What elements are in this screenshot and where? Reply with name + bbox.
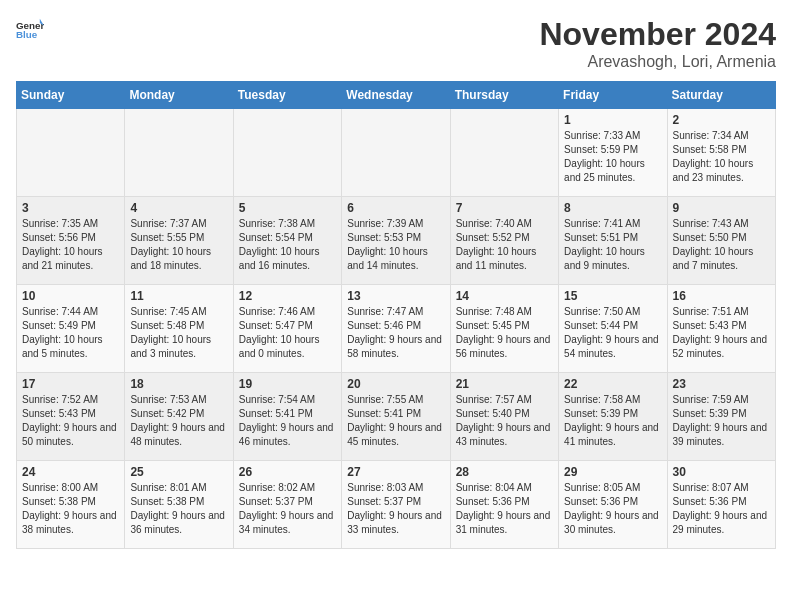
calendar-cell: 12Sunrise: 7:46 AM Sunset: 5:47 PM Dayli… xyxy=(233,285,341,373)
cell-info: Sunrise: 8:02 AM Sunset: 5:37 PM Dayligh… xyxy=(239,481,336,537)
cell-info: Sunrise: 8:01 AM Sunset: 5:38 PM Dayligh… xyxy=(130,481,227,537)
day-number: 12 xyxy=(239,289,336,303)
calendar-cell: 10Sunrise: 7:44 AM Sunset: 5:49 PM Dayli… xyxy=(17,285,125,373)
logo-icon: General Blue xyxy=(16,16,44,44)
cell-info: Sunrise: 8:05 AM Sunset: 5:36 PM Dayligh… xyxy=(564,481,661,537)
calendar-cell: 22Sunrise: 7:58 AM Sunset: 5:39 PM Dayli… xyxy=(559,373,667,461)
calendar-cell: 9Sunrise: 7:43 AM Sunset: 5:50 PM Daylig… xyxy=(667,197,775,285)
calendar-cell: 27Sunrise: 8:03 AM Sunset: 5:37 PM Dayli… xyxy=(342,461,450,549)
calendar-cell: 14Sunrise: 7:48 AM Sunset: 5:45 PM Dayli… xyxy=(450,285,558,373)
calendar-header-row: SundayMondayTuesdayWednesdayThursdayFrid… xyxy=(17,82,776,109)
day-number: 15 xyxy=(564,289,661,303)
day-number: 29 xyxy=(564,465,661,479)
day-number: 22 xyxy=(564,377,661,391)
cell-info: Sunrise: 8:00 AM Sunset: 5:38 PM Dayligh… xyxy=(22,481,119,537)
calendar-cell: 16Sunrise: 7:51 AM Sunset: 5:43 PM Dayli… xyxy=(667,285,775,373)
day-number: 2 xyxy=(673,113,770,127)
cell-info: Sunrise: 7:51 AM Sunset: 5:43 PM Dayligh… xyxy=(673,305,770,361)
cell-info: Sunrise: 7:38 AM Sunset: 5:54 PM Dayligh… xyxy=(239,217,336,273)
day-number: 16 xyxy=(673,289,770,303)
calendar-cell: 24Sunrise: 8:00 AM Sunset: 5:38 PM Dayli… xyxy=(17,461,125,549)
day-number: 7 xyxy=(456,201,553,215)
cell-info: Sunrise: 8:07 AM Sunset: 5:36 PM Dayligh… xyxy=(673,481,770,537)
col-header-friday: Friday xyxy=(559,82,667,109)
cell-info: Sunrise: 7:34 AM Sunset: 5:58 PM Dayligh… xyxy=(673,129,770,185)
calendar-week-row: 24Sunrise: 8:00 AM Sunset: 5:38 PM Dayli… xyxy=(17,461,776,549)
col-header-thursday: Thursday xyxy=(450,82,558,109)
cell-info: Sunrise: 7:33 AM Sunset: 5:59 PM Dayligh… xyxy=(564,129,661,185)
calendar-week-row: 17Sunrise: 7:52 AM Sunset: 5:43 PM Dayli… xyxy=(17,373,776,461)
calendar-week-row: 1Sunrise: 7:33 AM Sunset: 5:59 PM Daylig… xyxy=(17,109,776,197)
cell-info: Sunrise: 7:55 AM Sunset: 5:41 PM Dayligh… xyxy=(347,393,444,449)
calendar-cell xyxy=(450,109,558,197)
cell-info: Sunrise: 7:48 AM Sunset: 5:45 PM Dayligh… xyxy=(456,305,553,361)
cell-info: Sunrise: 7:50 AM Sunset: 5:44 PM Dayligh… xyxy=(564,305,661,361)
title-area: November 2024 Arevashogh, Lori, Armenia xyxy=(539,16,776,71)
cell-info: Sunrise: 7:35 AM Sunset: 5:56 PM Dayligh… xyxy=(22,217,119,273)
cell-info: Sunrise: 7:43 AM Sunset: 5:50 PM Dayligh… xyxy=(673,217,770,273)
calendar-cell: 11Sunrise: 7:45 AM Sunset: 5:48 PM Dayli… xyxy=(125,285,233,373)
cell-info: Sunrise: 7:37 AM Sunset: 5:55 PM Dayligh… xyxy=(130,217,227,273)
day-number: 27 xyxy=(347,465,444,479)
day-number: 8 xyxy=(564,201,661,215)
calendar-cell: 13Sunrise: 7:47 AM Sunset: 5:46 PM Dayli… xyxy=(342,285,450,373)
calendar-table: SundayMondayTuesdayWednesdayThursdayFrid… xyxy=(16,81,776,549)
calendar-cell: 29Sunrise: 8:05 AM Sunset: 5:36 PM Dayli… xyxy=(559,461,667,549)
calendar-cell xyxy=(342,109,450,197)
calendar-cell: 28Sunrise: 8:04 AM Sunset: 5:36 PM Dayli… xyxy=(450,461,558,549)
calendar-cell: 21Sunrise: 7:57 AM Sunset: 5:40 PM Dayli… xyxy=(450,373,558,461)
calendar-cell: 7Sunrise: 7:40 AM Sunset: 5:52 PM Daylig… xyxy=(450,197,558,285)
day-number: 9 xyxy=(673,201,770,215)
day-number: 10 xyxy=(22,289,119,303)
calendar-cell: 6Sunrise: 7:39 AM Sunset: 5:53 PM Daylig… xyxy=(342,197,450,285)
day-number: 1 xyxy=(564,113,661,127)
calendar-cell: 2Sunrise: 7:34 AM Sunset: 5:58 PM Daylig… xyxy=(667,109,775,197)
cell-info: Sunrise: 7:47 AM Sunset: 5:46 PM Dayligh… xyxy=(347,305,444,361)
cell-info: Sunrise: 7:59 AM Sunset: 5:39 PM Dayligh… xyxy=(673,393,770,449)
calendar-cell: 5Sunrise: 7:38 AM Sunset: 5:54 PM Daylig… xyxy=(233,197,341,285)
calendar-cell: 18Sunrise: 7:53 AM Sunset: 5:42 PM Dayli… xyxy=(125,373,233,461)
month-title: November 2024 xyxy=(539,16,776,53)
calendar-cell xyxy=(17,109,125,197)
col-header-sunday: Sunday xyxy=(17,82,125,109)
cell-info: Sunrise: 7:40 AM Sunset: 5:52 PM Dayligh… xyxy=(456,217,553,273)
cell-info: Sunrise: 7:58 AM Sunset: 5:39 PM Dayligh… xyxy=(564,393,661,449)
day-number: 26 xyxy=(239,465,336,479)
cell-info: Sunrise: 8:03 AM Sunset: 5:37 PM Dayligh… xyxy=(347,481,444,537)
calendar-cell: 17Sunrise: 7:52 AM Sunset: 5:43 PM Dayli… xyxy=(17,373,125,461)
calendar-cell: 19Sunrise: 7:54 AM Sunset: 5:41 PM Dayli… xyxy=(233,373,341,461)
header: General Blue November 2024 Arevashogh, L… xyxy=(16,16,776,71)
calendar-cell: 25Sunrise: 8:01 AM Sunset: 5:38 PM Dayli… xyxy=(125,461,233,549)
day-number: 30 xyxy=(673,465,770,479)
cell-info: Sunrise: 7:54 AM Sunset: 5:41 PM Dayligh… xyxy=(239,393,336,449)
day-number: 28 xyxy=(456,465,553,479)
cell-info: Sunrise: 8:04 AM Sunset: 5:36 PM Dayligh… xyxy=(456,481,553,537)
location-subtitle: Arevashogh, Lori, Armenia xyxy=(539,53,776,71)
day-number: 6 xyxy=(347,201,444,215)
logo: General Blue xyxy=(16,16,44,44)
calendar-cell: 26Sunrise: 8:02 AM Sunset: 5:37 PM Dayli… xyxy=(233,461,341,549)
day-number: 18 xyxy=(130,377,227,391)
cell-info: Sunrise: 7:44 AM Sunset: 5:49 PM Dayligh… xyxy=(22,305,119,361)
calendar-cell: 1Sunrise: 7:33 AM Sunset: 5:59 PM Daylig… xyxy=(559,109,667,197)
svg-text:Blue: Blue xyxy=(16,29,38,40)
calendar-cell: 4Sunrise: 7:37 AM Sunset: 5:55 PM Daylig… xyxy=(125,197,233,285)
day-number: 17 xyxy=(22,377,119,391)
cell-info: Sunrise: 7:46 AM Sunset: 5:47 PM Dayligh… xyxy=(239,305,336,361)
cell-info: Sunrise: 7:52 AM Sunset: 5:43 PM Dayligh… xyxy=(22,393,119,449)
calendar-cell: 3Sunrise: 7:35 AM Sunset: 5:56 PM Daylig… xyxy=(17,197,125,285)
day-number: 14 xyxy=(456,289,553,303)
col-header-wednesday: Wednesday xyxy=(342,82,450,109)
day-number: 13 xyxy=(347,289,444,303)
calendar-cell xyxy=(233,109,341,197)
cell-info: Sunrise: 7:39 AM Sunset: 5:53 PM Dayligh… xyxy=(347,217,444,273)
day-number: 5 xyxy=(239,201,336,215)
day-number: 3 xyxy=(22,201,119,215)
day-number: 20 xyxy=(347,377,444,391)
cell-info: Sunrise: 7:57 AM Sunset: 5:40 PM Dayligh… xyxy=(456,393,553,449)
cell-info: Sunrise: 7:41 AM Sunset: 5:51 PM Dayligh… xyxy=(564,217,661,273)
calendar-cell: 20Sunrise: 7:55 AM Sunset: 5:41 PM Dayli… xyxy=(342,373,450,461)
day-number: 24 xyxy=(22,465,119,479)
col-header-tuesday: Tuesday xyxy=(233,82,341,109)
cell-info: Sunrise: 7:53 AM Sunset: 5:42 PM Dayligh… xyxy=(130,393,227,449)
